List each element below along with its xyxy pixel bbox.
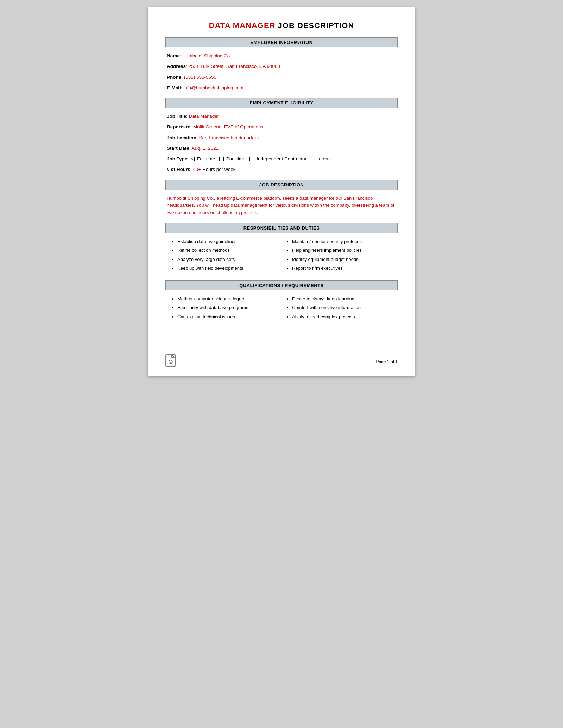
- list-item: Refine collection methods: [177, 247, 282, 254]
- employer-email-label: E-Mail: [167, 85, 181, 90]
- employer-address-value: 2521 Turk Street, San Francisco, CA 9400…: [189, 64, 280, 69]
- job-title-line: Job Title: Data Manager: [167, 113, 396, 120]
- hours-value: 40+: [193, 167, 201, 172]
- reports-to-label: Reports to: [167, 124, 191, 129]
- employer-phone-line: Phone: (555) 555-5555: [167, 74, 396, 81]
- eligibility-section: EMPLOYMENT ELIGIBILITY Job Title: Data M…: [165, 98, 398, 173]
- fulltime-label: Full-time: [197, 156, 215, 161]
- responsibilities-section: RESPONSIBILITIES AND DUTIES Establish da…: [165, 223, 398, 274]
- qualifications-right-list: Desire to always keep learning Comfort w…: [285, 295, 396, 320]
- list-item: Report to firm executives: [292, 265, 396, 272]
- employer-section: EMPLOYER INFORMATION Name: Humboldt Ship…: [165, 37, 398, 91]
- start-date-line: Start Date: Aug. 1, 2021: [167, 145, 396, 152]
- employer-info-block: Name: Humboldt Shipping Co. Address: 252…: [165, 52, 398, 91]
- page-title: DATA MANAGER JOB DESCRIPTION: [165, 21, 398, 30]
- responsibilities-list: Establish data use guidelines Refine col…: [165, 238, 398, 274]
- list-item: Math or computer science degree: [177, 295, 282, 302]
- list-item: Establish data use guidelines: [177, 238, 282, 245]
- list-item: Analyze very large data sets: [177, 256, 282, 263]
- qualifications-left-list: Math or computer science degree Familiar…: [170, 295, 282, 320]
- employer-name-line: Name: Humboldt Shipping Co.: [167, 52, 396, 59]
- list-item: Can explain technical issues: [177, 313, 282, 320]
- list-item: Familiarity with database programs: [177, 304, 282, 311]
- list-item: Ability to lead complex projects: [292, 313, 396, 320]
- intern-checkbox[interactable]: [311, 157, 315, 161]
- intern-label: Intern: [318, 156, 330, 161]
- title-red-part: DATA MANAGER: [209, 21, 276, 30]
- list-item: Maintain/monitor security protocols: [292, 238, 396, 245]
- list-item: Desire to always keep learning: [292, 295, 396, 302]
- start-date-value: Aug. 1, 2021: [192, 146, 219, 151]
- eligibility-info-block: Job Title: Data Manager Reports to: Mali…: [165, 113, 398, 173]
- qualifications-list: Math or computer science degree Familiar…: [165, 295, 398, 323]
- qualifications-right-col: Desire to always keep learning Comfort w…: [282, 295, 396, 323]
- job-type-line: Job Type: Full-time Part-time Independen…: [167, 155, 396, 162]
- employer-email-value: info@humboldtshipping.com: [183, 85, 243, 90]
- employer-name-label: Name: [167, 53, 180, 58]
- job-title-value: Data Manager: [189, 114, 219, 119]
- employer-address-line: Address: 2521 Turk Street, San Francisco…: [167, 63, 396, 70]
- job-location-line: Job Location: San Francisco headquarters: [167, 134, 396, 141]
- document-page: DATA MANAGER JOB DESCRIPTION EMPLOYER IN…: [148, 7, 415, 376]
- contractor-checkbox[interactable]: [249, 157, 254, 161]
- reports-to-value: Malik Greene, EVP of Operations: [193, 124, 263, 129]
- responsibilities-right-col: Maintain/monitor security protocols Help…: [282, 238, 396, 274]
- job-location-value: San Francisco headquarters: [199, 135, 259, 140]
- employer-phone-label: Phone: [167, 75, 181, 80]
- employer-address-label: Address: [167, 64, 186, 69]
- contractor-label: Independent Contractor: [257, 156, 306, 161]
- employer-email-line: E-Mail: info@humboldtshipping.com: [167, 84, 396, 91]
- start-date-label: Start Date: [167, 146, 189, 151]
- eligibility-header: EMPLOYMENT ELIGIBILITY: [165, 98, 398, 108]
- job-description-header: JOB DESCRIPTION: [165, 180, 398, 190]
- document-icon: e: [165, 354, 176, 369]
- parttime-checkbox[interactable]: [219, 157, 224, 161]
- employer-name-value: Humboldt Shipping Co.: [182, 53, 231, 58]
- fulltime-checkbox[interactable]: [190, 157, 195, 161]
- list-item: Keep up with field developments: [177, 265, 282, 272]
- list-item: Comfort with sensitive information: [292, 304, 396, 311]
- parttime-label: Part-time: [226, 156, 246, 161]
- qualifications-left-col: Math or computer science degree Familiar…: [167, 295, 282, 323]
- title-black-part: JOB DESCRIPTION: [275, 21, 354, 30]
- responsibilities-left-col: Establish data use guidelines Refine col…: [167, 238, 282, 274]
- qualifications-section: QUALIFICATIONS / REQUIREMENTS Math or co…: [165, 280, 398, 323]
- svg-text:e: e: [170, 360, 172, 364]
- job-description-text: Humboldt Shipping Co., a leading E-comme…: [165, 195, 398, 217]
- responsibilities-left-list: Establish data use guidelines Refine col…: [170, 238, 282, 272]
- list-item: Help engineers implement policies: [292, 247, 396, 254]
- list-item: Identify equipment/budget needs: [292, 256, 396, 263]
- qualifications-header: QUALIFICATIONS / REQUIREMENTS: [165, 280, 398, 290]
- hours-label: # of Hours: [167, 167, 190, 172]
- page-number: Page 1 of 1: [376, 359, 398, 364]
- hours-suffix: Hours per week: [201, 167, 235, 172]
- document-footer: e Page 1 of 1: [165, 354, 398, 369]
- responsibilities-right-list: Maintain/monitor security protocols Help…: [285, 238, 396, 272]
- reports-to-line: Reports to: Malik Greene, EVP of Operati…: [167, 123, 396, 130]
- employer-phone-value: (555) 555-5555: [184, 75, 216, 80]
- responsibilities-header: RESPONSIBILITIES AND DUTIES: [165, 223, 398, 233]
- employer-header: EMPLOYER INFORMATION: [165, 37, 398, 47]
- job-location-label: Job Location: [167, 135, 196, 140]
- job-type-label: Job Type: [167, 156, 187, 161]
- job-title-label: Job Title: [167, 114, 186, 119]
- job-description-section: JOB DESCRIPTION Humboldt Shipping Co., a…: [165, 180, 398, 217]
- hours-line: # of Hours: 40+ Hours per week: [167, 166, 396, 173]
